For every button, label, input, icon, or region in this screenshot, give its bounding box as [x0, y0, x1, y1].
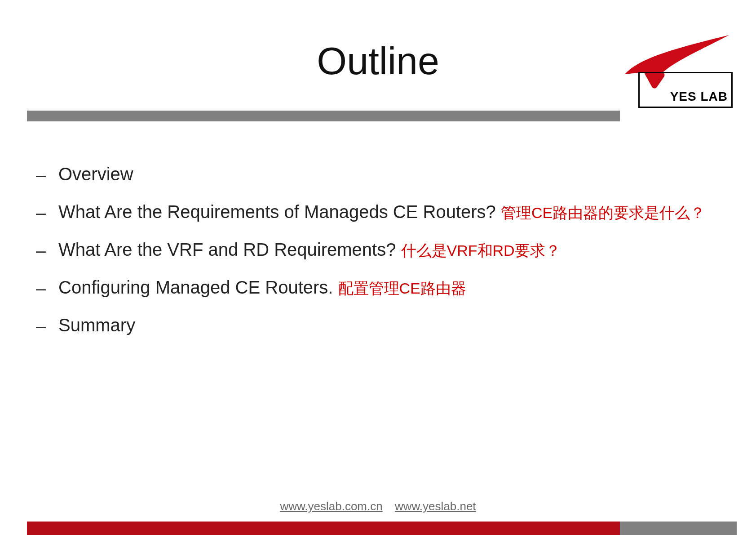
- footer-link-1[interactable]: www.yeslab.com.cn: [280, 499, 382, 513]
- item-en: What Are the Requirements of Manageds CE…: [58, 202, 501, 222]
- list-item: – Configuring Managed CE Routers. 配置管理CE…: [36, 275, 719, 300]
- bullet-dash: –: [36, 275, 58, 300]
- footer-bar-grey: [620, 522, 737, 535]
- list-item: – What Are the Requirements of Manageds …: [36, 200, 719, 225]
- item-en: Summary: [58, 315, 135, 335]
- item-en: Configuring Managed CE Routers.: [58, 277, 338, 297]
- footer-bar-red: [27, 522, 620, 535]
- footer-link-2[interactable]: www.yeslab.net: [395, 499, 476, 513]
- item-en: Overview: [58, 164, 133, 184]
- list-item: – Summary: [36, 313, 719, 338]
- bullet-dash: –: [36, 162, 58, 187]
- bullet-dash: –: [36, 200, 58, 225]
- bullet-dash: –: [36, 313, 58, 338]
- list-item: – Overview: [36, 162, 719, 187]
- item-zh: 配置管理CE路由器: [338, 280, 466, 297]
- item-en: What Are the VRF and RD Requirements?: [58, 240, 401, 259]
- outline-list: – Overview – What Are the Requirements o…: [36, 162, 719, 351]
- item-zh: 什么是VRF和RD要求？: [401, 242, 561, 259]
- slide: Outline YES LAB – Overview – What Are th…: [0, 0, 756, 535]
- item-zh: 管理CE路由器的要求是什么？: [501, 204, 705, 221]
- bullet-dash: –: [36, 237, 58, 263]
- yeslab-logo: YES LAB: [621, 31, 734, 108]
- list-item: – What Are the VRF and RD Requirements? …: [36, 237, 719, 263]
- logo-text: YES LAB: [670, 89, 728, 104]
- logo-box: YES LAB: [638, 72, 733, 108]
- title-underline-bar: [27, 111, 620, 121]
- footer-links: www.yeslab.com.cn www.yeslab.net: [0, 499, 756, 513]
